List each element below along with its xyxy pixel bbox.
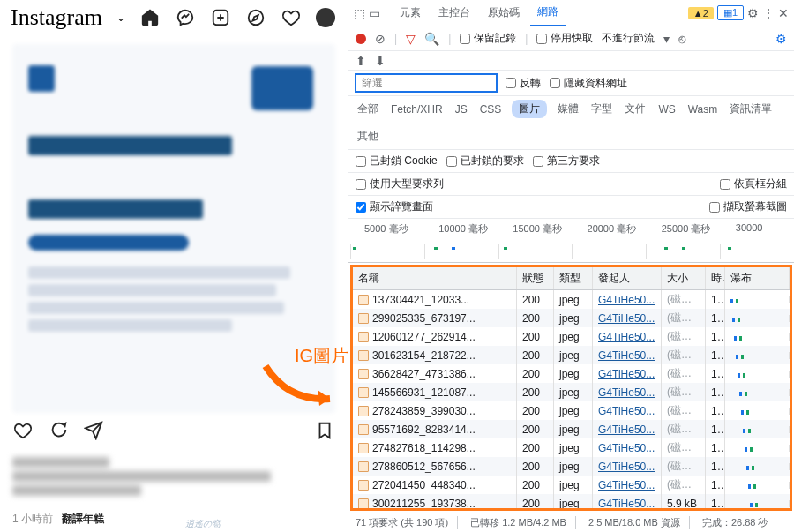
- table-body[interactable]: 137304421_12033...200jpegG4TiHe50...(磁碟.…: [353, 290, 790, 508]
- preserve-log-checkbox[interactable]: 保留記錄: [460, 31, 516, 46]
- throttle-select[interactable]: 不進行節流: [602, 31, 655, 46]
- footer-transferred: 已轉移 1.2 MB/4.2 MB: [470, 516, 576, 529]
- table-row[interactable]: 274827618_114298...200jpegG4TiHe50...(磁碟…: [353, 438, 790, 457]
- col-type[interactable]: 類型: [554, 267, 593, 289]
- filter-doc[interactable]: 文件: [623, 100, 648, 118]
- col-size[interactable]: 大小: [662, 267, 706, 289]
- instagram-logo[interactable]: Instagram: [11, 4, 102, 31]
- share-icon[interactable]: [83, 420, 104, 441]
- table-row[interactable]: 300211255_193738...200jpegG4TiHe50...5.9…: [353, 494, 790, 508]
- filter-input[interactable]: [356, 74, 497, 92]
- col-initiator[interactable]: 發起人: [593, 267, 662, 289]
- table-row[interactable]: 272041450_448340...200jpegG4TiHe50...(磁碟…: [353, 476, 790, 494]
- clear-icon[interactable]: ⊘: [375, 32, 386, 46]
- ig-post: [0, 35, 348, 453]
- col-status[interactable]: 狀態: [517, 267, 554, 289]
- screenshots-checkbox[interactable]: 擷取螢幕截圖: [709, 199, 787, 214]
- filter-other[interactable]: 其他: [356, 127, 380, 146]
- record-button[interactable]: [356, 34, 366, 44]
- footer-requests: 71 項要求 (共 190 項): [356, 516, 458, 529]
- file-icon: [358, 295, 369, 305]
- post-image-blurred: [12, 44, 335, 413]
- search-icon[interactable]: 🔍: [424, 32, 439, 46]
- wifi-icon[interactable]: ⎋: [678, 32, 685, 46]
- tab-network[interactable]: 網路: [530, 0, 566, 26]
- table-row[interactable]: 137304421_12033...200jpegG4TiHe50...(磁碟.…: [353, 290, 790, 309]
- home-icon[interactable]: [139, 7, 161, 28]
- filter-img[interactable]: 圖片: [512, 100, 547, 118]
- col-time[interactable]: 時: [706, 267, 725, 289]
- translate-link[interactable]: 翻譯年糕: [62, 512, 104, 527]
- table-row[interactable]: 278243859_399030...200jpegG4TiHe50...(磁碟…: [353, 401, 790, 420]
- hide-data-urls-checkbox[interactable]: 隱藏資料網址: [550, 76, 627, 91]
- avatar[interactable]: [316, 8, 335, 27]
- more-icon[interactable]: ⋮: [762, 6, 775, 20]
- download-icon[interactable]: ⬇: [375, 54, 386, 68]
- chevron-down-icon[interactable]: ▾: [663, 32, 670, 46]
- large-rows-checkbox[interactable]: 使用大型要求列: [356, 176, 444, 191]
- filter-all[interactable]: 全部: [356, 100, 380, 118]
- filter-icon[interactable]: ▽: [406, 32, 416, 46]
- activity-icon[interactable]: [281, 7, 302, 28]
- file-icon: [358, 480, 369, 491]
- third-party-checkbox[interactable]: 第三方要求: [533, 154, 600, 169]
- tl-label: 25000 毫秒: [646, 222, 720, 236]
- chevron-down-icon[interactable]: ⌄: [116, 11, 125, 24]
- tab-sources[interactable]: 原始碼: [481, 0, 527, 26]
- tab-console[interactable]: 主控台: [431, 0, 477, 26]
- filter-js[interactable]: JS: [453, 101, 469, 117]
- filter-fetch[interactable]: Fetch/XHR: [389, 101, 445, 117]
- group-frame-checkbox[interactable]: 依頁框分組: [720, 176, 787, 191]
- messenger-icon[interactable]: [175, 7, 196, 28]
- tl-label: 30000: [720, 222, 794, 236]
- filter-wasm[interactable]: Wasm: [686, 101, 720, 117]
- col-waterfall[interactable]: 瀑布: [725, 267, 790, 289]
- ig-header: Instagram ⌄: [0, 0, 348, 35]
- device-icon[interactable]: ▭: [369, 6, 380, 20]
- upload-icon[interactable]: ⬆: [356, 54, 366, 68]
- network-toolbar: ⊘ | ▽ 🔍 | 保留記錄 | 停用快取 不進行節流 ▾ ⎋ ⚙: [348, 26, 794, 51]
- table-row[interactable]: 299025335_673197...200jpegG4TiHe50...(磁碟…: [353, 309, 790, 327]
- table-row[interactable]: 145566931_121087...200jpegG4TiHe50...(磁碟…: [353, 383, 790, 401]
- watermark: 逍遙の窩: [185, 518, 221, 530]
- table-row[interactable]: 278860512_567656...200jpegG4TiHe50...(磁碟…: [353, 457, 790, 476]
- filter-media[interactable]: 媒體: [556, 100, 581, 118]
- filter-manifest[interactable]: 資訊清單: [728, 100, 774, 118]
- gear-icon[interactable]: ⚙: [747, 6, 759, 20]
- filter-font[interactable]: 字型: [589, 100, 614, 118]
- settings-icon[interactable]: ⚙: [775, 32, 787, 46]
- file-icon: [358, 406, 369, 416]
- table-row[interactable]: 120601277_262914...200jpegG4TiHe50...(磁碟…: [353, 327, 790, 346]
- blocked-requests-checkbox[interactable]: 已封鎖的要求: [446, 154, 524, 169]
- like-icon[interactable]: [12, 420, 34, 441]
- show-overview-checkbox[interactable]: 顯示誶覽畫面: [356, 199, 433, 214]
- file-icon: [358, 350, 369, 361]
- devtools-panel: ⬚ ▭ 元素 主控台 原始碼 網路 ▲2 ▦1 ⚙ ⋮ ✕ ⊘ | ▽ 🔍 | …: [348, 0, 794, 532]
- table-row[interactable]: 95571692_8283414...200jpegG4TiHe50...(磁碟…: [353, 420, 790, 438]
- footer-finish: 完成：26.88 秒: [702, 516, 777, 529]
- tl-label: 20000 毫秒: [572, 222, 646, 236]
- warnings-badge[interactable]: ▲2: [688, 7, 714, 19]
- tab-elements[interactable]: 元素: [393, 0, 428, 26]
- new-post-icon[interactable]: [210, 7, 231, 28]
- invert-checkbox[interactable]: 反轉: [506, 76, 541, 91]
- save-icon[interactable]: [314, 420, 335, 441]
- post-actions: [12, 413, 335, 445]
- table-row[interactable]: 36628427_4731386...200jpegG4TiHe50...(磁碟…: [353, 364, 790, 383]
- col-name[interactable]: 名稱: [353, 267, 517, 289]
- filter-css[interactable]: CSS: [478, 101, 504, 117]
- blocked-cookies-checkbox[interactable]: 已封鎖 Cookie: [356, 154, 438, 169]
- explore-icon[interactable]: [245, 7, 266, 28]
- instagram-panel: Instagram ⌄: [0, 0, 348, 532]
- filter-ws[interactable]: WS: [656, 101, 677, 117]
- table-row[interactable]: 301623154_218722...200jpegG4TiHe50...(磁碟…: [353, 346, 790, 364]
- disable-cache-checkbox[interactable]: 停用快取: [536, 31, 593, 46]
- comment-icon[interactable]: [48, 420, 69, 441]
- type-filter-tabs: 全部 Fetch/XHR JS CSS 圖片 媒體 字型 文件 WS Wasm …: [348, 96, 794, 150]
- timeline-overview[interactable]: 5000 毫秒 10000 毫秒 15000 毫秒 20000 毫秒 25000…: [348, 219, 794, 263]
- file-icon: [358, 387, 369, 398]
- messages-badge[interactable]: ▦1: [717, 5, 744, 20]
- inspect-icon[interactable]: ⬚: [354, 6, 365, 20]
- close-icon[interactable]: ✕: [778, 6, 789, 20]
- tl-label: 5000 毫秒: [348, 222, 423, 236]
